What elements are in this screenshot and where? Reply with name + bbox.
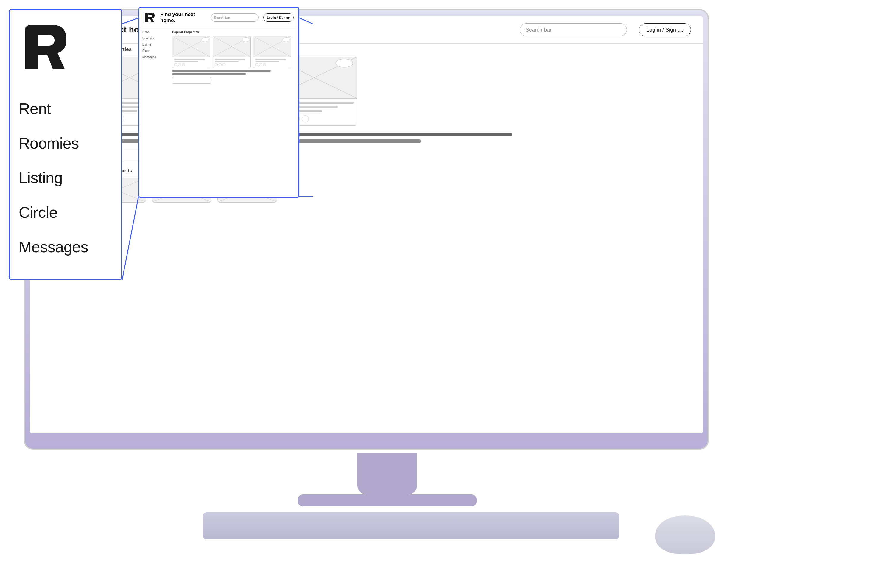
app-header: Find your next home. Search bar Log in /…	[30, 16, 703, 44]
zoomed-content: Popular Properties	[169, 27, 298, 197]
svg-rect-24	[202, 37, 208, 42]
zoomed-card-2[interactable]	[213, 36, 251, 68]
sidebar-item-roomies[interactable]: Roomies	[19, 126, 112, 160]
search-placeholder: Search bar	[525, 27, 551, 33]
zoomed-cards-row	[172, 36, 295, 68]
stand-foot	[298, 495, 476, 506]
zoomed-nav-listing[interactable]: Listing	[142, 43, 166, 46]
card-dot	[219, 63, 222, 66]
card-dot	[215, 63, 218, 66]
zoomed-form-placeholder[interactable]	[172, 77, 211, 84]
sidebar-panel: Rent Roomies Listing Circle Messages	[9, 9, 122, 280]
svg-rect-28	[242, 37, 249, 42]
zoomed-card-img-1	[172, 36, 210, 57]
zoomed-content-lines	[172, 70, 295, 75]
monitor-stand	[298, 453, 476, 506]
zoomed-header: Find your next home. Search bar Log in /…	[139, 8, 298, 27]
zoomed-tagline: Find your next home.	[160, 12, 206, 24]
zoomed-login-button[interactable]: Log in / Sign up	[263, 14, 294, 22]
sidebar-nav: Rent Roomies Listing Circle Messages	[19, 92, 112, 264]
card-dot	[174, 63, 177, 66]
card-dots	[255, 63, 289, 66]
zoomed-card-img-2	[213, 36, 250, 57]
zoomed-popular-title: Popular Properties	[172, 30, 295, 34]
card-dot	[259, 63, 262, 66]
sidebar-logo	[19, 22, 112, 92]
zoomed-nav-circle[interactable]: Circle	[142, 49, 166, 52]
card-dot	[263, 63, 266, 66]
zoomed-card-1[interactable]	[172, 36, 210, 68]
card-dot	[178, 63, 181, 66]
card-dot	[222, 63, 225, 66]
card-line	[215, 58, 246, 60]
keyboard	[202, 512, 619, 539]
card-dots	[174, 63, 208, 66]
sidebar-item-rent[interactable]: Rent	[19, 92, 112, 126]
card-line	[255, 58, 286, 60]
card-line	[215, 61, 238, 62]
zoomed-card-body-1	[172, 57, 210, 68]
screen-area: Find your next home. Search bar Log in /…	[30, 16, 703, 433]
card-dots	[215, 63, 249, 66]
zoomed-nav-rent[interactable]: Rent	[142, 30, 166, 34]
card-dot	[182, 63, 185, 66]
zoomed-line-2	[172, 73, 246, 75]
sidebar-item-circle[interactable]: Circle	[19, 195, 112, 230]
mouse	[655, 515, 715, 554]
sidebar-item-listing[interactable]: Listing	[19, 160, 112, 195]
card-dot	[255, 63, 258, 66]
card-line	[174, 58, 205, 60]
zoomed-line-1	[172, 70, 271, 72]
zoomed-card-body-2	[213, 57, 250, 68]
svg-rect-32	[283, 37, 289, 42]
search-bar[interactable]: Search bar	[520, 23, 627, 36]
zoomed-card-img-3	[253, 36, 291, 57]
stand-column	[357, 453, 417, 495]
zoomed-overlay: Find your next home. Search bar Log in /…	[138, 7, 299, 198]
zoomed-nav: Rent Roomies Listing Circle Messages	[139, 27, 169, 62]
zoomed-card-body-3	[253, 57, 291, 68]
zoomed-card-3[interactable]	[253, 36, 291, 68]
zoomed-search-bar[interactable]: Search bar	[211, 14, 259, 22]
zoomed-search-placeholder: Search bar	[214, 16, 230, 20]
zoomed-nav-roomies[interactable]: Roomies	[142, 37, 166, 40]
login-button[interactable]: Log in / Sign up	[639, 23, 691, 36]
sidebar-item-messages[interactable]: Messages	[19, 230, 112, 264]
card-line	[255, 61, 279, 62]
zoomed-nav-messages[interactable]: Messages	[142, 56, 166, 58]
card-line	[174, 61, 198, 62]
card-dot	[302, 115, 309, 122]
svg-rect-11	[336, 59, 353, 68]
